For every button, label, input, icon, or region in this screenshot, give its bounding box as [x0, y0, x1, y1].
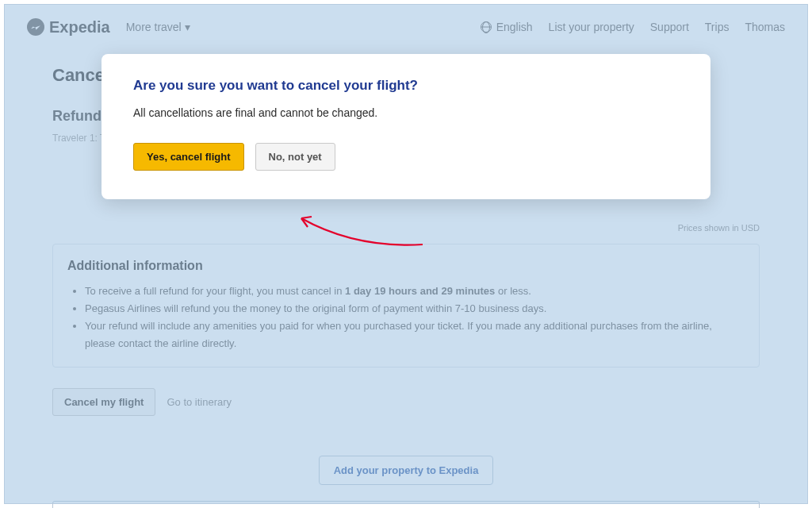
- confirm-cancel-button[interactable]: Yes, cancel flight: [133, 143, 244, 171]
- deny-cancel-button[interactable]: No, not yet: [255, 143, 335, 171]
- modal-actions: Yes, cancel flight No, not yet: [133, 143, 679, 171]
- modal-title: Are you sure you want to cancel your fli…: [133, 78, 679, 94]
- modal-body: All cancellations are final and cannot b…: [133, 106, 679, 119]
- cancel-confirm-modal: Are you sure you want to cancel your fli…: [102, 54, 710, 199]
